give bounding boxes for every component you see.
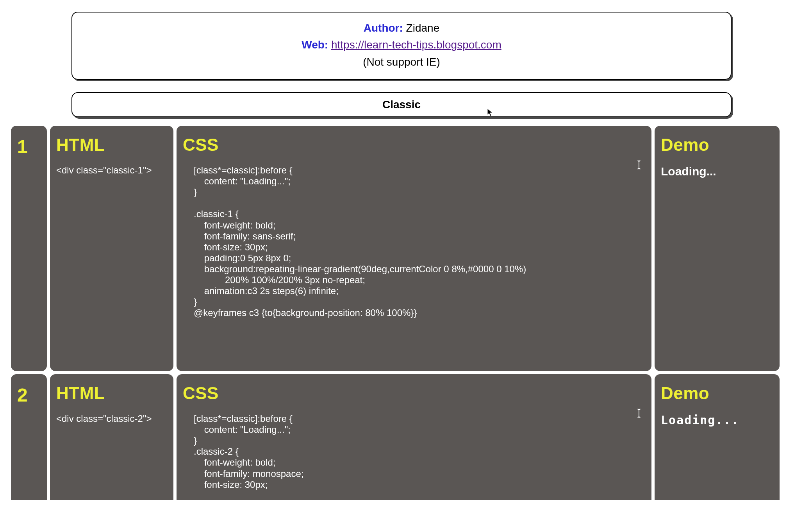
html-code: <div class="classic-1"> [56,165,167,176]
css-cell: CSS [class*=classic]:before { content: "… [177,126,651,371]
css-header: CSS [183,384,645,403]
author-value: Zidane [403,22,439,34]
row-number: 2 [17,384,41,406]
text-cursor-icon [633,408,644,419]
table-row: 2 HTML <div class="classic-2"> CSS [clas… [11,374,780,500]
web-link[interactable]: https://learn-tech-tips.blogspot.com [331,39,501,51]
css-header: CSS [183,135,645,155]
demo-loading-2 [661,413,739,427]
examples-table: 1 HTML <div class="classic-1"> CSS [clas… [11,126,780,500]
demo-loading-1 [661,165,718,181]
demo-header: Demo [661,384,773,403]
css-code: [class*=classic]:before { content: "Load… [183,165,645,318]
html-header: HTML [56,384,167,403]
web-line: Web: https://learn-tech-tips.blogspot.co… [80,36,723,53]
css-cell: CSS [class*=classic]:before { content: "… [177,374,651,500]
html-code: <div class="classic-2"> [56,413,167,424]
html-cell: HTML <div class="classic-2"> [50,374,173,500]
css-code: [class*=classic]:before { content: "Load… [183,413,645,490]
demo-cell: Demo [655,126,780,371]
author-line: Author: Zidane [80,20,723,36]
section-title-box: Classic [71,92,732,117]
row-number: 1 [17,136,41,157]
section-title: Classic [80,98,723,111]
author-info-box: Author: Zidane Web: https://learn-tech-t… [71,12,732,80]
demo-header: Demo [661,135,773,155]
demo-cell: Demo [655,374,780,500]
html-cell: HTML <div class="classic-1"> [50,126,173,371]
html-header: HTML [56,135,167,155]
author-label: Author: [364,22,403,34]
browser-support-note: (Not support IE) [80,54,723,70]
web-label: Web: [302,39,328,51]
row-number-cell: 2 [11,374,47,500]
text-cursor-icon [633,159,644,170]
table-row: 1 HTML <div class="classic-1"> CSS [clas… [11,126,780,371]
row-number-cell: 1 [11,126,47,371]
